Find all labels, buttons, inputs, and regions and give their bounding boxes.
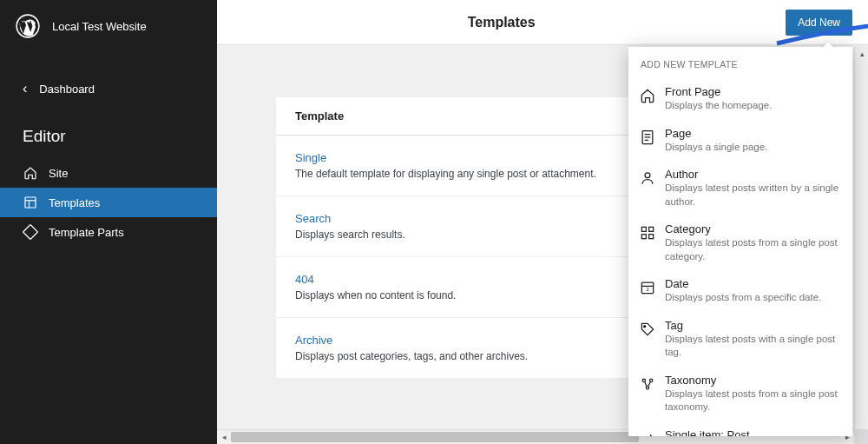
back-label: Dashboard — [39, 83, 95, 96]
page-title: Templates — [217, 15, 786, 30]
pin-icon — [639, 430, 656, 436]
template-link-search[interactable]: Search — [295, 212, 641, 225]
svg-rect-23 — [649, 227, 654, 231]
dropdown-item-title: Tag — [665, 319, 842, 332]
home-outline-icon — [639, 87, 656, 104]
dropdown-item-desc: Displays latest posts with a single post… — [665, 333, 842, 360]
tag-icon — [639, 321, 656, 338]
sidebar-item-label: Templates — [49, 196, 100, 209]
section-heading: Editor — [0, 127, 217, 146]
svg-text:2: 2 — [646, 287, 648, 292]
dropdown-item-title: Category — [665, 222, 842, 235]
dropdown-item-single-post[interactable]: Single item: PostDisplays a single item:… — [628, 421, 852, 436]
sidebar-header: Local Test Website — [0, 0, 217, 54]
template-link-archive[interactable]: Archive — [295, 334, 641, 347]
sidebar: Local Test Website ‹ Dashboard Editor Si… — [0, 0, 217, 444]
dropdown-item-desc: Displays latest posts from a single post… — [665, 388, 842, 414]
sidebar-item-label: Site — [49, 167, 68, 180]
chevron-left-icon: ‹ — [23, 81, 27, 96]
svg-point-29 — [644, 325, 646, 327]
dropdown-item-desc: Displays latest posts from a single post… — [665, 236, 842, 263]
column-header-template: Template — [295, 109, 641, 123]
add-new-template-dropdown[interactable]: Add New Template Front PageDisplays the … — [628, 47, 852, 436]
scrollbar-vertical[interactable]: ▴ — [854, 47, 868, 439]
dropdown-item-title: Date — [665, 277, 842, 290]
svg-point-32 — [646, 386, 648, 388]
dropdown-item-desc: Displays latest posts written by a singl… — [665, 182, 842, 209]
templates-icon — [23, 195, 38, 210]
dropdown-item-page[interactable]: PageDisplays a single page. — [628, 120, 852, 162]
scroll-thumb[interactable] — [231, 432, 639, 442]
svg-rect-22 — [641, 227, 646, 231]
dropdown-item-title: Page — [665, 127, 842, 140]
dropdown-item-title: Single item: Post — [665, 428, 842, 436]
dropdown-item-desc: Displays the homepage. — [665, 99, 842, 113]
main-panel: Templates Add New Template Added by Sing… — [217, 0, 868, 444]
sidebar-item-template-parts[interactable]: Template Parts — [0, 217, 217, 247]
template-desc: Displays search results. — [295, 229, 641, 241]
home-outline-icon — [23, 165, 38, 181]
scroll-left-icon[interactable]: ◂ — [217, 430, 231, 444]
template-desc: Displays post categories, tags, and othe… — [295, 350, 641, 362]
dropdown-item-tag[interactable]: TagDisplays latest posts with a single p… — [628, 312, 852, 367]
svg-rect-25 — [649, 235, 654, 239]
author-icon — [639, 169, 656, 187]
sidebar-item-site[interactable]: Site — [0, 158, 217, 188]
scroll-up-icon[interactable]: ▴ — [855, 47, 868, 61]
dropdown-header: Add New Template — [628, 47, 852, 78]
svg-rect-24 — [641, 235, 646, 239]
svg-point-21 — [645, 173, 650, 178]
date-icon: 2 — [639, 279, 656, 296]
template-desc: The default template for displaying any … — [295, 168, 641, 180]
scroll-corner — [854, 430, 868, 444]
dropdown-item-taxonomy[interactable]: TaxonomyDisplays latest posts from a sin… — [628, 367, 852, 421]
add-new-button[interactable]: Add New — [786, 10, 852, 36]
dropdown-item-desc: Displays posts from a specific date. — [665, 291, 842, 305]
svg-point-30 — [642, 379, 645, 381]
svg-point-31 — [650, 379, 653, 381]
dropdown-pointer — [821, 42, 835, 49]
wordpress-icon — [16, 14, 40, 38]
dropdown-item-desc: Displays a single page. — [665, 141, 842, 155]
svg-rect-1 — [25, 197, 36, 208]
dropdown-item-title: Front Page — [665, 85, 842, 98]
svg-rect-4 — [23, 225, 38, 240]
dropdown-item-title: Taxonomy — [665, 374, 842, 387]
sidebar-item-label: Template Parts — [49, 226, 124, 239]
category-icon — [639, 224, 656, 242]
page-icon — [639, 129, 656, 146]
template-parts-icon — [23, 224, 38, 240]
dropdown-item-title: Author — [665, 168, 842, 181]
dropdown-item-author[interactable]: AuthorDisplays latest posts written by a… — [628, 161, 852, 215]
dropdown-item-category[interactable]: CategoryDisplays latest posts from a sin… — [628, 215, 852, 270]
taxonomy-icon — [639, 375, 656, 393]
dropdown-item-date[interactable]: 2 DateDisplays posts from a specific dat… — [628, 270, 852, 312]
topbar: Templates Add New — [217, 0, 868, 45]
sidebar-item-templates[interactable]: Templates — [0, 188, 217, 217]
site-title: Local Test Website — [52, 20, 147, 33]
back-to-dashboard[interactable]: ‹ Dashboard — [0, 71, 217, 106]
template-link-single[interactable]: Single — [295, 151, 641, 164]
dropdown-item-front-page[interactable]: Front PageDisplays the homepage. — [628, 78, 852, 120]
template-desc: Displays when no content is found. — [295, 289, 641, 302]
template-link-404[interactable]: 404 — [295, 273, 641, 286]
